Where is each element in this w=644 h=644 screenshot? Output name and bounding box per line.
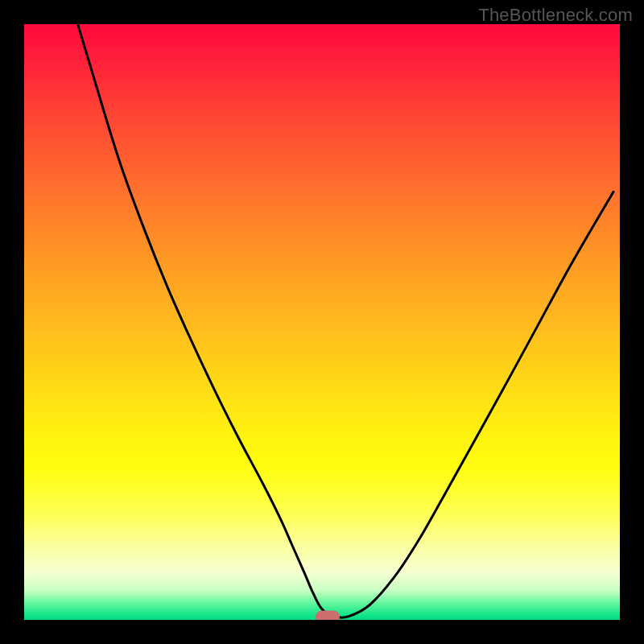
plot-area [24, 24, 620, 620]
chart-frame: TheBottleneck.com [0, 0, 644, 644]
optimal-point-marker [316, 610, 340, 620]
watermark-text: TheBottleneck.com [478, 5, 633, 26]
bottleneck-curve [24, 24, 620, 620]
